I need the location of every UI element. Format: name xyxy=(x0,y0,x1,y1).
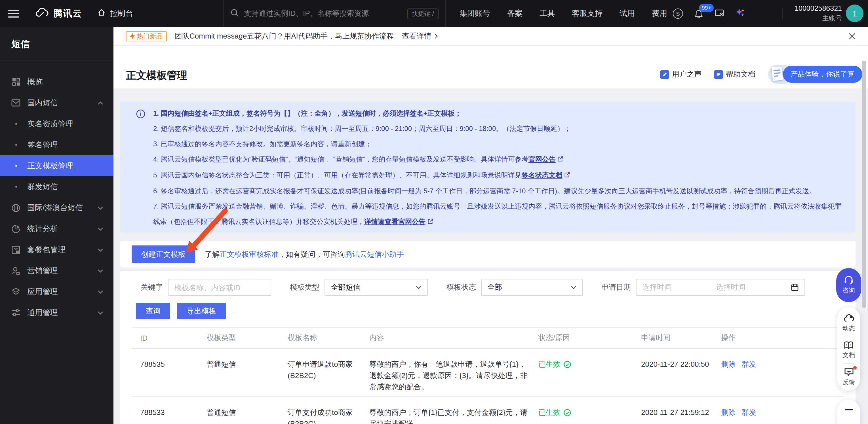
template-type-label: 模板类型 xyxy=(290,282,319,293)
chevron-down-icon xyxy=(98,269,103,272)
document-icon xyxy=(714,70,722,78)
product-experience-button[interactable]: 产品体验，你说了算 xyxy=(768,65,862,84)
cell-time: 2020-11-27 21:59:12 xyxy=(641,407,721,418)
chevron-down-icon xyxy=(571,286,577,289)
template-status-filter: 模板状态 全部 xyxy=(446,279,583,296)
sidebar-item-bulk-sms[interactable]: 群发短信 xyxy=(0,176,114,197)
nav-item-trial[interactable]: 试用 xyxy=(620,8,635,19)
bulk-send-link[interactable]: 群发 xyxy=(742,407,756,418)
col-status: 状态/原因 xyxy=(538,333,641,343)
open-book-icon xyxy=(844,341,854,349)
cell-name: 订单申请退款to商家(B2B2C) xyxy=(288,359,369,382)
notification-bell[interactable]: 99+ xyxy=(694,9,704,19)
vertical-scrollbar[interactable] xyxy=(862,61,866,308)
nav-item-group-account[interactable]: 集团账号 xyxy=(460,8,490,19)
date-range-picker[interactable]: 选择时间 选择时间 xyxy=(636,279,805,296)
sidebar-item-marketing-management[interactable]: 营销管理 xyxy=(0,260,114,281)
user-icon xyxy=(11,266,21,275)
cell-name: 订单支付成功to商家(B2B2C) xyxy=(288,407,369,424)
search-shortcut-badge: 快捷键 / xyxy=(407,8,438,19)
top-navbar: 腾讯云 控制台 支持通过实例ID、IP、名称等搜索资源 快捷键 / 集团账号 备… xyxy=(0,0,868,27)
sidebar-item-signature-management[interactable]: 签名管理 xyxy=(0,134,114,155)
rail-divider xyxy=(843,337,855,337)
notification-count-badge: 99+ xyxy=(699,4,714,12)
feedback-button[interactable]: 反馈 xyxy=(842,368,855,387)
cell-id: 788535 xyxy=(140,359,207,370)
consult-button[interactable]: 咨询 xyxy=(836,268,861,302)
sidebar-item-body-template-management[interactable]: 正文模板管理 xyxy=(0,155,114,176)
cell-type: 普通短信 xyxy=(207,407,288,418)
notice-line-4: 4. 腾讯云短信模板类型已优化为“验证码短信”、“通知短信”、“营销短信”，您的… xyxy=(153,152,842,168)
delete-link[interactable]: 删除 xyxy=(721,407,736,418)
template-type-select[interactable]: 全部短信 xyxy=(324,279,428,296)
user-voice-button[interactable]: 用户之声 xyxy=(660,69,702,79)
keyword-filter: 关键字 xyxy=(141,279,271,296)
cell-actions: 删除 群发 xyxy=(721,407,844,418)
experience-pill-label: 产品体验，你说了算 xyxy=(783,66,862,83)
chevron-up-icon xyxy=(98,101,103,105)
nav-item-icp[interactable]: 备案 xyxy=(507,8,523,19)
sms-assistant-link[interactable]: 腾讯云短信小助手 xyxy=(345,250,404,258)
sidebar-item-domestic-sms[interactable]: 国内短信 xyxy=(0,92,114,113)
export-template-button[interactable]: 导出模板 xyxy=(177,303,226,319)
status-badge: 已生效 xyxy=(538,407,641,418)
cell-time: 2020-11-27 22:00:50 xyxy=(641,359,721,370)
partial-icon xyxy=(845,409,853,411)
official-announcement-link[interactable]: 官网公告 xyxy=(528,155,556,163)
sidebar-item-general-management[interactable]: 通用管理 xyxy=(0,302,114,323)
template-type-filter: 模板类型 全部短信 xyxy=(290,279,428,296)
review-standard-link[interactable]: 正文模板审核标准， xyxy=(220,250,286,258)
nav-item-support[interactable]: 客服支持 xyxy=(572,8,602,19)
docs-button[interactable]: 文档 xyxy=(842,341,855,359)
sidebar-menu: 概览 国内短信 实名资质管理 签名管理 正文模 xyxy=(0,61,114,323)
sidebar-item-overview[interactable]: 概览 xyxy=(0,71,114,92)
external-link-icon xyxy=(557,153,564,168)
search-button[interactable]: 查询 xyxy=(136,303,170,319)
ticket-icon[interactable]: S xyxy=(673,8,683,19)
search-placeholder: 支持通过实例ID、IP、名称等搜索资源 xyxy=(244,8,369,19)
hamburger-menu-icon[interactable] xyxy=(8,8,19,19)
delete-link[interactable]: 删除 xyxy=(721,359,736,370)
account-info[interactable]: 100002586321 主账号 xyxy=(795,4,842,23)
layers-icon xyxy=(11,287,21,296)
headset-icon xyxy=(844,275,854,285)
help-docs-button[interactable]: 帮助文档 xyxy=(714,69,755,79)
sidebar-item-international-sms[interactable]: 国际/港澳台短信 xyxy=(0,197,114,218)
violation-announcement-link[interactable]: 详情请查看官网公告 xyxy=(364,218,426,226)
news-button[interactable]: 动态 xyxy=(842,314,855,333)
nav-item-tools[interactable]: 工具 xyxy=(539,8,555,19)
chevron-down-icon xyxy=(98,206,103,209)
ai-sparkle-icon[interactable] xyxy=(735,7,745,20)
avatar[interactable]: 1 xyxy=(846,4,864,22)
template-status-select[interactable]: 全部 xyxy=(481,279,583,296)
navbar-icons: S 99+ xyxy=(673,0,745,27)
lightning-icon xyxy=(130,33,135,39)
sidebar-item-realname-qualification[interactable]: 实名资质管理 xyxy=(0,113,114,134)
navbar-menu: 集团账号 备案 工具 客服支持 试用 费用 xyxy=(460,0,667,27)
hot-product-badge: 热门新品 xyxy=(126,31,167,41)
bulk-send-link[interactable]: 群发 xyxy=(742,359,756,370)
bullet-icon xyxy=(15,186,17,188)
account-type: 主账号 xyxy=(795,13,842,23)
rail-divider xyxy=(843,363,855,364)
search-icon xyxy=(230,8,239,19)
sidebar-item-application-management[interactable]: 应用管理 xyxy=(0,281,114,302)
floating-rail-extra[interactable] xyxy=(837,400,860,424)
console-link[interactable]: 控制台 xyxy=(97,8,133,19)
cloud-logo-icon xyxy=(35,7,49,20)
signature-status-doc-link[interactable]: 签名状态文档 xyxy=(522,171,562,179)
create-template-button[interactable]: 创建正文模板 xyxy=(132,246,195,263)
tencent-cloud-logo[interactable]: 腾讯云 xyxy=(35,7,82,20)
account-id: 100002586321 xyxy=(795,4,842,13)
keyword-input[interactable] xyxy=(168,279,271,296)
console-settings-icon[interactable] xyxy=(714,8,724,20)
nav-item-billing[interactable]: 费用 xyxy=(652,8,667,19)
global-search[interactable]: 支持通过实例ID、IP、名称等搜索资源 快捷键 / xyxy=(223,0,446,27)
banner-close-icon[interactable] xyxy=(849,33,856,39)
banner-details-link[interactable]: 查看详情 xyxy=(402,31,437,41)
calendar-icon xyxy=(791,284,799,291)
notice-line-2: 2. 短信签名和模板提交后，预计2小时完成审核。审核时间：周一至周五：9:00 … xyxy=(153,121,842,137)
sidebar-item-statistics[interactable]: 统计分析 xyxy=(0,218,114,239)
sidebar-item-package-management[interactable]: 套餐包管理 xyxy=(0,239,114,260)
feedback-red-dot xyxy=(853,366,857,369)
